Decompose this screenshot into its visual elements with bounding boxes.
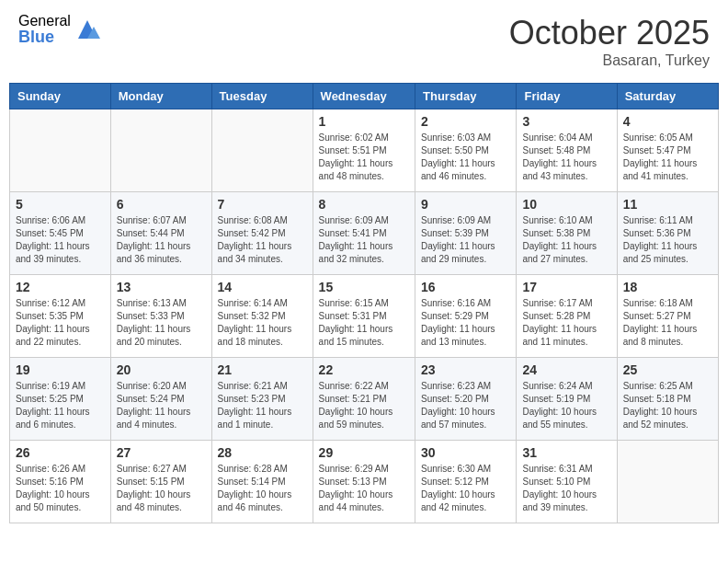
calendar-week-row: 26Sunrise: 6:26 AM Sunset: 5:16 PM Dayli…	[10, 441, 719, 523]
calendar-cell: 10Sunrise: 6:10 AM Sunset: 5:38 PM Dayli…	[517, 192, 617, 275]
day-number: 17	[522, 280, 610, 294]
day-info: Sunrise: 6:06 AM Sunset: 5:45 PM Dayligh…	[16, 214, 105, 266]
day-info: Sunrise: 6:26 AM Sunset: 5:16 PM Dayligh…	[16, 463, 105, 514]
calendar-cell: 19Sunrise: 6:19 AM Sunset: 5:25 PM Dayli…	[10, 358, 111, 441]
day-number: 11	[623, 197, 712, 212]
weekday-header: Wednesday	[313, 84, 415, 109]
calendar-cell: 11Sunrise: 6:11 AM Sunset: 5:36 PM Dayli…	[617, 192, 718, 275]
calendar-cell: 23Sunrise: 6:23 AM Sunset: 5:20 PM Dayli…	[415, 358, 517, 441]
calendar-cell: 4Sunrise: 6:05 AM Sunset: 5:47 PM Daylig…	[617, 109, 718, 192]
day-info: Sunrise: 6:30 AM Sunset: 5:12 PM Dayligh…	[421, 463, 510, 514]
day-info: Sunrise: 6:16 AM Sunset: 5:29 PM Dayligh…	[421, 297, 510, 349]
day-info: Sunrise: 6:12 AM Sunset: 5:35 PM Dayligh…	[16, 297, 105, 349]
day-info: Sunrise: 6:10 AM Sunset: 5:38 PM Dayligh…	[522, 214, 610, 266]
day-number: 24	[522, 362, 610, 377]
day-info: Sunrise: 6:28 AM Sunset: 5:14 PM Dayligh…	[218, 463, 307, 514]
day-info: Sunrise: 6:19 AM Sunset: 5:25 PM Dayligh…	[16, 380, 105, 431]
day-info: Sunrise: 6:14 AM Sunset: 5:32 PM Dayligh…	[218, 297, 307, 349]
day-number: 21	[218, 362, 307, 377]
calendar-cell: 16Sunrise: 6:16 AM Sunset: 5:29 PM Dayli…	[415, 275, 517, 358]
day-number: 6	[117, 197, 206, 212]
calendar-cell	[211, 109, 313, 192]
calendar-cell: 21Sunrise: 6:21 AM Sunset: 5:23 PM Dayli…	[211, 358, 313, 441]
day-info: Sunrise: 6:15 AM Sunset: 5:31 PM Dayligh…	[319, 297, 409, 349]
day-info: Sunrise: 6:08 AM Sunset: 5:42 PM Dayligh…	[218, 214, 307, 266]
weekday-header: Saturday	[617, 84, 718, 109]
calendar-cell: 6Sunrise: 6:07 AM Sunset: 5:44 PM Daylig…	[110, 192, 211, 275]
calendar-cell: 25Sunrise: 6:25 AM Sunset: 5:18 PM Dayli…	[617, 358, 718, 441]
weekday-header: Thursday	[415, 84, 517, 109]
day-number: 26	[16, 445, 105, 460]
calendar-cell: 22Sunrise: 6:22 AM Sunset: 5:21 PM Dayli…	[313, 358, 415, 441]
logo-blue: Blue	[18, 29, 71, 45]
calendar-cell: 3Sunrise: 6:04 AM Sunset: 5:48 PM Daylig…	[517, 109, 617, 192]
calendar-cell: 29Sunrise: 6:29 AM Sunset: 5:13 PM Dayli…	[313, 441, 415, 523]
day-info: Sunrise: 6:17 AM Sunset: 5:28 PM Dayligh…	[522, 297, 610, 349]
day-number: 10	[522, 197, 610, 212]
calendar-cell: 7Sunrise: 6:08 AM Sunset: 5:42 PM Daylig…	[211, 192, 313, 275]
logo-text: General Blue	[18, 14, 71, 45]
calendar-cell: 31Sunrise: 6:31 AM Sunset: 5:10 PM Dayli…	[517, 441, 617, 523]
calendar-cell: 15Sunrise: 6:15 AM Sunset: 5:31 PM Dayli…	[313, 275, 415, 358]
day-number: 5	[16, 197, 105, 212]
day-number: 16	[421, 280, 510, 294]
calendar-cell: 12Sunrise: 6:12 AM Sunset: 5:35 PM Dayli…	[10, 275, 111, 358]
day-number: 25	[623, 362, 712, 377]
day-number: 3	[522, 114, 610, 129]
calendar-cell: 2Sunrise: 6:03 AM Sunset: 5:50 PM Daylig…	[415, 109, 517, 192]
day-info: Sunrise: 6:22 AM Sunset: 5:21 PM Dayligh…	[319, 380, 409, 431]
day-info: Sunrise: 6:20 AM Sunset: 5:24 PM Dayligh…	[117, 380, 206, 431]
day-number: 15	[319, 280, 409, 294]
calendar-cell: 8Sunrise: 6:09 AM Sunset: 5:41 PM Daylig…	[313, 192, 415, 275]
day-number: 22	[319, 362, 409, 377]
calendar-cell: 24Sunrise: 6:24 AM Sunset: 5:19 PM Dayli…	[517, 358, 617, 441]
day-number: 8	[319, 197, 409, 212]
weekday-header: Monday	[110, 84, 211, 109]
calendar-cell	[10, 109, 111, 192]
day-info: Sunrise: 6:21 AM Sunset: 5:23 PM Dayligh…	[218, 380, 307, 431]
day-info: Sunrise: 6:29 AM Sunset: 5:13 PM Dayligh…	[319, 463, 409, 514]
calendar-cell: 30Sunrise: 6:30 AM Sunset: 5:12 PM Dayli…	[415, 441, 517, 523]
weekday-header: Friday	[517, 84, 617, 109]
location: Basaran, Turkey	[509, 52, 710, 69]
day-number: 12	[16, 280, 105, 294]
calendar-cell: 28Sunrise: 6:28 AM Sunset: 5:14 PM Dayli…	[211, 441, 313, 523]
day-info: Sunrise: 6:03 AM Sunset: 5:50 PM Dayligh…	[421, 132, 510, 183]
calendar-table: SundayMondayTuesdayWednesdayThursdayFrid…	[9, 83, 719, 523]
day-number: 1	[319, 114, 409, 129]
day-number: 9	[421, 197, 510, 212]
day-info: Sunrise: 6:18 AM Sunset: 5:27 PM Dayligh…	[623, 297, 712, 349]
day-info: Sunrise: 6:11 AM Sunset: 5:36 PM Dayligh…	[623, 214, 712, 266]
day-info: Sunrise: 6:25 AM Sunset: 5:18 PM Dayligh…	[623, 380, 712, 431]
day-info: Sunrise: 6:31 AM Sunset: 5:10 PM Dayligh…	[522, 463, 610, 514]
day-number: 29	[319, 445, 409, 460]
calendar-cell: 17Sunrise: 6:17 AM Sunset: 5:28 PM Dayli…	[517, 275, 617, 358]
day-number: 2	[421, 114, 510, 129]
day-number: 20	[117, 362, 206, 377]
day-number: 14	[218, 280, 307, 294]
day-info: Sunrise: 6:13 AM Sunset: 5:33 PM Dayligh…	[117, 297, 206, 349]
calendar-week-row: 19Sunrise: 6:19 AM Sunset: 5:25 PM Dayli…	[10, 358, 719, 441]
calendar-week-row: 12Sunrise: 6:12 AM Sunset: 5:35 PM Dayli…	[10, 275, 719, 358]
calendar-cell: 20Sunrise: 6:20 AM Sunset: 5:24 PM Dayli…	[110, 358, 211, 441]
calendar-week-row: 5Sunrise: 6:06 AM Sunset: 5:45 PM Daylig…	[10, 192, 719, 275]
calendar-cell: 1Sunrise: 6:02 AM Sunset: 5:51 PM Daylig…	[313, 109, 415, 192]
page-header: General Blue October 2025 Basaran, Turke…	[9, 9, 719, 74]
weekday-header: Sunday	[10, 84, 111, 109]
day-number: 31	[522, 445, 610, 460]
day-number: 13	[117, 280, 206, 294]
weekday-header: Tuesday	[211, 84, 313, 109]
day-info: Sunrise: 6:27 AM Sunset: 5:15 PM Dayligh…	[117, 463, 206, 514]
calendar-cell: 18Sunrise: 6:18 AM Sunset: 5:27 PM Dayli…	[617, 275, 718, 358]
logo: General Blue	[18, 14, 101, 45]
day-info: Sunrise: 6:09 AM Sunset: 5:41 PM Dayligh…	[319, 214, 409, 266]
calendar-cell: 5Sunrise: 6:06 AM Sunset: 5:45 PM Daylig…	[10, 192, 111, 275]
title-area: October 2025 Basaran, Turkey	[509, 14, 710, 69]
day-number: 30	[421, 445, 510, 460]
calendar-cell: 26Sunrise: 6:26 AM Sunset: 5:16 PM Dayli…	[10, 441, 111, 523]
day-info: Sunrise: 6:02 AM Sunset: 5:51 PM Dayligh…	[319, 132, 409, 183]
day-number: 4	[623, 114, 712, 129]
calendar-cell: 14Sunrise: 6:14 AM Sunset: 5:32 PM Dayli…	[211, 275, 313, 358]
day-number: 27	[117, 445, 206, 460]
logo-general: General	[18, 14, 71, 29]
